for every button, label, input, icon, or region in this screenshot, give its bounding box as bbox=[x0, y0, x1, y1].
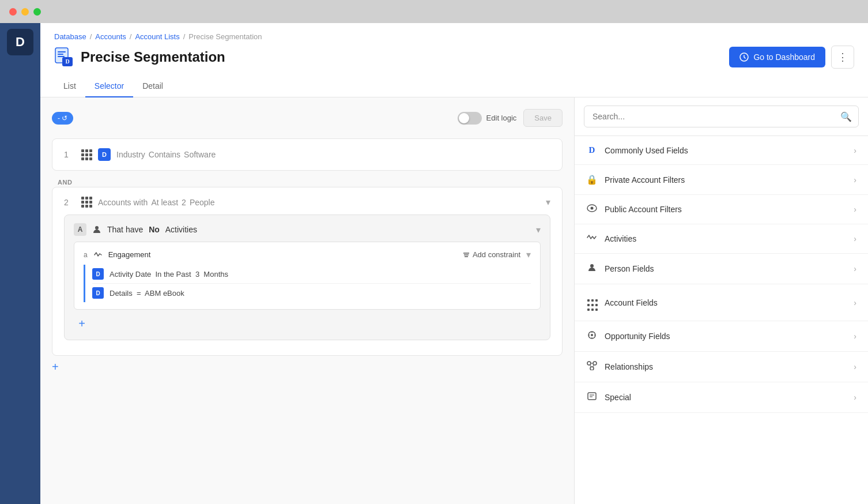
filter-list-item-person-fields[interactable]: Person Fields › bbox=[575, 254, 868, 284]
activities-icon bbox=[586, 234, 598, 244]
filter-list-item-private-account[interactable]: 🔒 Private Account Filters › bbox=[575, 165, 868, 195]
app-container: D Database / Accounts / Account Lists / … bbox=[0, 23, 868, 504]
filter-val-1: Software bbox=[184, 150, 216, 159]
filter-list-item-public-account[interactable]: Public Account Filters › bbox=[575, 195, 868, 224]
and-conjunction: AND bbox=[52, 175, 563, 187]
tab-selector[interactable]: Selector bbox=[85, 76, 133, 97]
chevron-right-3: › bbox=[854, 234, 856, 243]
filter-label-2: Accounts with bbox=[98, 198, 148, 207]
header-row: D Precise Segmentation Go to Dashboard ⋮ bbox=[54, 46, 854, 69]
search-icon: 🔍 bbox=[840, 111, 852, 122]
nested-text-a: That have No Activities bbox=[107, 225, 530, 234]
d-icon-deep-0: D bbox=[92, 268, 104, 280]
go-to-dashboard-button[interactable]: Go to Dashboard bbox=[729, 47, 825, 67]
account-fields-icon bbox=[586, 294, 598, 311]
page-title-icon: D bbox=[54, 47, 75, 67]
toggle-group: Edit logic bbox=[458, 112, 517, 125]
deep-dropdown[interactable]: ▾ bbox=[526, 249, 531, 260]
tabs: List Selector Detail bbox=[54, 76, 854, 97]
svg-rect-2 bbox=[58, 54, 63, 55]
filter-list-label-5: Account Fields bbox=[605, 298, 658, 307]
filter-list-left-0: D Commonly Used Fields bbox=[586, 145, 688, 155]
filter-text-1: Industry Contains Software bbox=[116, 150, 550, 159]
filter-list-left-3: Activities bbox=[586, 234, 636, 244]
search-input[interactable] bbox=[584, 106, 859, 127]
toolbar-right: Edit logic Save bbox=[458, 109, 563, 127]
sidebar-logo: D bbox=[7, 29, 33, 55]
filter-icon bbox=[462, 251, 470, 259]
add-outer-button[interactable]: + bbox=[52, 360, 563, 374]
right-panel: 🔍 D Commonly Used Fields › 🔒 bbox=[574, 97, 868, 504]
maximize-button[interactable] bbox=[33, 8, 41, 16]
deep-nested-header: a Engagement bbox=[84, 249, 531, 260]
header-actions: Go to Dashboard ⋮ bbox=[729, 46, 854, 69]
filter-num-2: 2 bbox=[64, 198, 76, 207]
page-title-area: D Precise Segmentation bbox=[54, 47, 225, 67]
chevron-right-7: › bbox=[854, 362, 856, 371]
breadcrumb-database[interactable]: Database bbox=[54, 32, 86, 41]
svg-line-25 bbox=[593, 365, 594, 367]
filter-list-label-0: Commonly Used Fields bbox=[605, 146, 688, 155]
nested-card-a: A That have No Activities ▾ bbox=[64, 215, 550, 340]
tab-detail[interactable]: Detail bbox=[133, 76, 172, 97]
add-outer-icon: + bbox=[52, 360, 59, 374]
svg-point-22 bbox=[590, 367, 594, 370]
grid-icon-2 bbox=[81, 197, 92, 208]
filter-list-item-activities[interactable]: Activities › bbox=[575, 224, 868, 254]
sidebar: D bbox=[0, 23, 40, 504]
svg-rect-1 bbox=[58, 51, 66, 52]
filter-list-left-8: Special bbox=[586, 392, 631, 403]
add-inner-container: + bbox=[74, 315, 541, 332]
add-inner-button[interactable]: + bbox=[74, 315, 90, 332]
deep-row-1: D Details = ABM eBook bbox=[92, 284, 531, 302]
breadcrumb-sep-3: / bbox=[183, 32, 186, 41]
nested-dropdown-a[interactable]: ▾ bbox=[536, 224, 541, 235]
filter-list-item-opportunity-fields[interactable]: Opportunity Fields › bbox=[575, 321, 868, 352]
breadcrumb-accounts[interactable]: Accounts bbox=[95, 32, 126, 41]
filter-list-left-4: Person Fields bbox=[586, 263, 654, 274]
edit-logic-toggle[interactable] bbox=[458, 112, 482, 125]
filter-text-2: Accounts with At least 2 People bbox=[98, 198, 540, 207]
tab-list[interactable]: List bbox=[54, 76, 85, 97]
add-constraint-button[interactable]: Add constraint bbox=[462, 250, 520, 259]
filter-card-1: 1 D Industry Contains Software bbox=[52, 138, 563, 171]
breadcrumb-account-lists[interactable]: Account Lists bbox=[135, 32, 179, 41]
engagement-icon bbox=[93, 250, 103, 259]
more-options-button[interactable]: ⋮ bbox=[831, 46, 854, 69]
filter-op-1: Contains bbox=[149, 150, 180, 159]
deep-text-0: Activity Date In the Past 3 Months bbox=[110, 270, 228, 279]
deep-rows-container: D Activity Date In the Past 3 Months bbox=[84, 265, 531, 302]
filter-list-item-commonly-used[interactable]: D Commonly Used Fields › bbox=[575, 136, 868, 165]
filter-list: D Commonly Used Fields › 🔒 Private Accou… bbox=[575, 136, 868, 504]
filter-field-1: Industry bbox=[116, 150, 145, 159]
filter-entity-2: People bbox=[190, 198, 215, 207]
filter-list-item-relationships[interactable]: Relationships › bbox=[575, 352, 868, 382]
filter-dropdown-2[interactable]: ▾ bbox=[546, 197, 550, 208]
d-icon-deep-1: D bbox=[92, 287, 104, 299]
close-button[interactable] bbox=[9, 8, 17, 16]
person-icon bbox=[92, 225, 101, 234]
svg-text:D: D bbox=[65, 58, 69, 65]
deep-nested-card: a Engagement bbox=[74, 242, 541, 310]
toolbar-left: - ↺ bbox=[52, 112, 73, 125]
deep-row-0: D Activity Date In the Past 3 Months bbox=[92, 265, 531, 284]
main-content: Database / Accounts / Account Lists / Pr… bbox=[40, 23, 868, 504]
chevron-right-2: › bbox=[854, 205, 856, 214]
svg-point-7 bbox=[95, 226, 99, 230]
toggle-label: Edit logic bbox=[486, 114, 517, 122]
filter-list-item-account-fields[interactable]: Account Fields › bbox=[575, 284, 868, 321]
person-fields-icon bbox=[586, 263, 598, 274]
svg-rect-26 bbox=[588, 393, 596, 400]
dashboard-icon bbox=[739, 52, 749, 62]
d-logo-1: D bbox=[98, 148, 111, 161]
chevron-right-1: › bbox=[854, 175, 856, 185]
filter-list-left-1: 🔒 Private Account Filters bbox=[586, 174, 685, 185]
minimize-button[interactable] bbox=[21, 8, 29, 16]
save-button[interactable]: Save bbox=[523, 109, 563, 127]
svg-point-12 bbox=[591, 207, 594, 210]
nested-row-a: A That have No Activities ▾ bbox=[74, 223, 541, 236]
deep-letter: a bbox=[84, 251, 88, 259]
filter-list-item-special[interactable]: Special › bbox=[575, 382, 868, 413]
nested-actions: Add constraint ▾ bbox=[462, 249, 531, 260]
filter-row-2: 2 Accounts with At least 2 People ▾ bbox=[64, 197, 550, 208]
